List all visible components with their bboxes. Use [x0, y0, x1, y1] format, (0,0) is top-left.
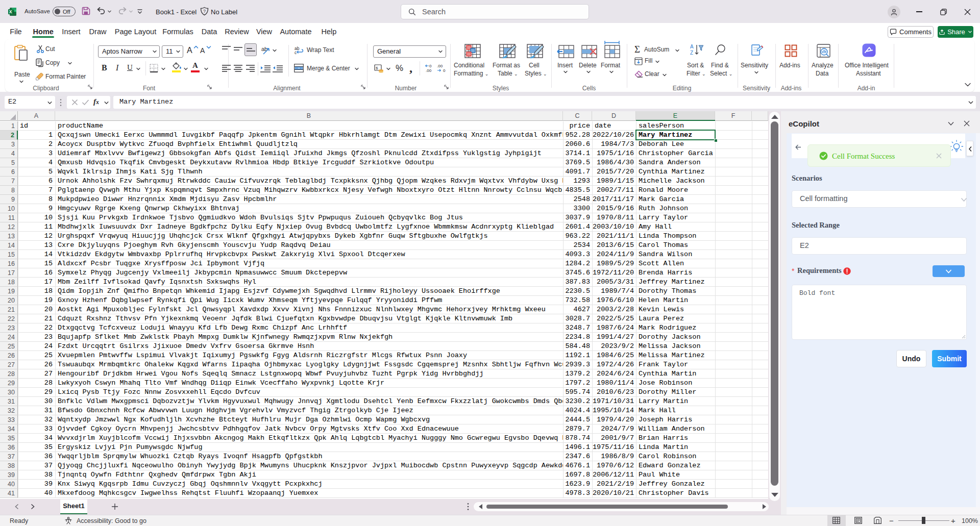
svg-text:A: A: [690, 44, 694, 49]
svg-text:X: X: [9, 9, 12, 14]
svg-text:Z: Z: [690, 50, 693, 55]
svg-text:0: 0: [443, 68, 446, 73]
svg-text:.00: .00: [437, 64, 443, 68]
svg-text:0: 0: [429, 64, 432, 68]
svg-text:$: $: [376, 66, 378, 70]
svg-text:?: ?: [203, 9, 206, 14]
svg-text:.00: .00: [426, 68, 432, 73]
